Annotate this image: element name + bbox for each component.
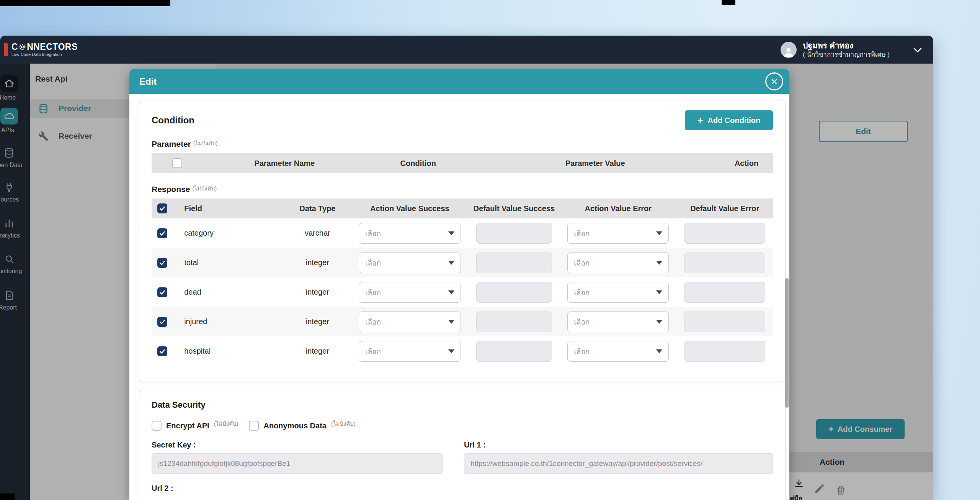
data-security-title: Data Security	[152, 400, 773, 410]
action-value-success-select[interactable]: เลือก	[359, 223, 461, 244]
url2-label: Url 2 :	[152, 484, 773, 493]
chevron-down-icon[interactable]	[912, 44, 923, 56]
response-table-header: Field Data Type Action Value Success Def…	[152, 198, 773, 218]
logo-accent-mark	[4, 43, 8, 56]
col-field: Field	[173, 204, 284, 213]
table-row: total integer เลือก เลือก	[152, 248, 773, 277]
screen-corner-left	[0, 0, 170, 6]
encrypt-api-checkbox[interactable]	[152, 421, 162, 431]
row-checkbox[interactable]	[157, 258, 167, 268]
action-value-error-select[interactable]: เลือก	[567, 341, 669, 362]
col-action-value-success: Action Value Success	[351, 204, 469, 213]
url1-input[interactable]	[464, 453, 773, 474]
default-value-error-input[interactable]	[684, 282, 765, 303]
default-value-success-input[interactable]	[476, 223, 552, 244]
default-value-success-input[interactable]	[476, 252, 552, 273]
desktop: C NNECTORS Low-Code Data Integration	[0, 0, 980, 500]
edit-modal: Edit × Condition + Add Condition Paramet…	[129, 69, 789, 500]
field-name: category	[173, 229, 284, 238]
table-row: category varchar เลือก เลือก	[152, 218, 773, 248]
optional-hint: (ไม่บังคับ)	[331, 419, 356, 428]
condition-card: Condition + Add Condition Parameter(ไม่บ…	[139, 100, 786, 382]
logo-title: C NNECTORS	[11, 42, 78, 51]
chevron-down-icon	[448, 290, 454, 294]
chevron-down-icon	[448, 320, 454, 324]
parameter-select-all-checkbox[interactable]	[172, 158, 182, 168]
optional-hint: (ไม่บังคับ)	[193, 140, 218, 146]
close-icon[interactable]: ×	[765, 72, 783, 90]
field-name: total	[173, 258, 284, 267]
chevron-down-icon	[656, 261, 662, 265]
secret-key-group: Secret Key :	[152, 441, 443, 474]
app-window: C NNECTORS Low-Code Data Integration	[0, 36, 933, 500]
anonymous-data-option: Anonymous Data (ไม่บังคับ)	[249, 421, 355, 431]
modal-body: Condition + Add Condition Parameter(ไม่บ…	[129, 94, 789, 500]
field-name: dead	[173, 288, 284, 297]
col-parameter-value: Parameter Value	[470, 159, 720, 168]
default-value-error-input[interactable]	[684, 252, 765, 273]
encrypt-api-label: Encrypt API	[166, 421, 209, 430]
url1-label: Url 1 :	[464, 441, 773, 449]
user-role: ( นักวิชาการชำนาญการพิเศษ )	[803, 51, 890, 59]
action-value-error-select[interactable]: เลือก	[567, 282, 669, 303]
modal-scrollbar[interactable]	[785, 278, 789, 408]
action-value-error-select[interactable]: เลือก	[567, 223, 669, 244]
modal-header: Edit ×	[129, 69, 789, 94]
parameter-table-header: Parameter Name Condition Parameter Value…	[152, 153, 773, 173]
logo-subtitle: Low-Code Data Integration	[11, 52, 78, 57]
secret-key-label: Secret Key :	[152, 441, 443, 449]
col-condition: Condition	[366, 159, 470, 168]
response-select-all-checkbox[interactable]	[157, 203, 167, 213]
col-data-type: Data Type	[284, 204, 351, 213]
row-checkbox[interactable]	[157, 317, 167, 327]
chevron-down-icon	[656, 231, 662, 235]
col-action: Action	[720, 159, 773, 168]
chevron-down-icon	[448, 231, 454, 235]
data-type: integer	[284, 347, 351, 356]
default-value-error-input[interactable]	[684, 341, 765, 362]
row-checkbox[interactable]	[157, 228, 167, 238]
row-checkbox[interactable]	[157, 346, 167, 356]
data-type: integer	[284, 288, 351, 297]
anonymous-data-label: Anonymous Data	[263, 421, 326, 430]
table-row: hospital integer เลือก เลือก	[152, 336, 773, 366]
action-value-success-select[interactable]: เลือก	[359, 252, 461, 273]
response-table-body: category varchar เลือก เลือก total integ…	[152, 218, 773, 366]
user-name: ปฐมพร คำทอง	[803, 41, 890, 51]
default-value-success-input[interactable]	[476, 282, 552, 303]
chevron-down-icon	[656, 349, 662, 353]
table-row: dead integer เลือก เลือก	[152, 277, 773, 307]
default-value-success-input[interactable]	[476, 341, 552, 362]
action-value-error-select[interactable]: เลือก	[567, 311, 669, 332]
user-menu[interactable]: ปฐมพร คำทอง ( นักวิชาการชำนาญการพิเศษ )	[781, 41, 923, 59]
anonymous-data-checkbox[interactable]	[249, 421, 259, 431]
add-condition-button[interactable]: + Add Condition	[685, 110, 773, 130]
default-value-error-input[interactable]	[684, 223, 765, 244]
chevron-down-icon	[656, 320, 662, 324]
data-security-card: Data Security Encrypt API (ไม่บังคับ) An…	[139, 390, 786, 500]
parameter-section-label: Parameter(ไม่บังคับ)	[152, 139, 773, 149]
col-parameter-name: Parameter Name	[203, 159, 366, 168]
col-action-value-error: Action Value Error	[560, 204, 676, 213]
chevron-down-icon	[448, 349, 454, 353]
data-type: integer	[284, 258, 351, 267]
screen-corner-bottom-left	[0, 493, 15, 500]
row-checkbox[interactable]	[157, 287, 167, 297]
default-value-error-input[interactable]	[684, 311, 765, 332]
data-type: varchar	[284, 229, 351, 238]
field-name: hospital	[173, 347, 284, 356]
encrypt-api-option: Encrypt API (ไม่บังคับ)	[152, 421, 238, 431]
action-value-success-select[interactable]: เลือก	[359, 282, 461, 303]
action-value-success-select[interactable]: เลือก	[359, 341, 461, 362]
top-navbar: C NNECTORS Low-Code Data Integration	[0, 36, 933, 64]
action-value-error-select[interactable]: เลือก	[567, 252, 669, 273]
action-value-success-select[interactable]: เลือก	[359, 311, 461, 332]
gear-icon	[18, 43, 26, 51]
data-type: integer	[284, 317, 351, 326]
secret-key-input[interactable]	[152, 453, 443, 474]
default-value-success-input[interactable]	[476, 311, 552, 332]
table-row: injured integer เลือก เลือก	[152, 307, 773, 336]
condition-title: Condition	[152, 115, 194, 126]
app-logo: C NNECTORS Low-Code Data Integration	[4, 42, 78, 57]
response-section-label: Response(ไม่บังคับ)	[152, 185, 773, 195]
